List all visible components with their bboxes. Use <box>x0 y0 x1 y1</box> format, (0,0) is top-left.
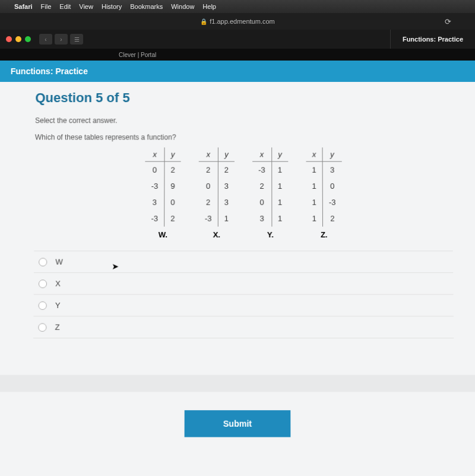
menu-view[interactable]: View <box>79 3 93 10</box>
question-text: Which of these tables represents a funct… <box>35 133 452 141</box>
menu-window[interactable]: Window <box>171 3 194 10</box>
table-header: y <box>164 147 181 161</box>
table-cell: 1 <box>306 210 323 226</box>
radio-icon[interactable] <box>39 258 47 266</box>
table-cell: 1 <box>271 210 288 226</box>
refresh-icon[interactable]: ⟳ <box>445 17 451 26</box>
question-title: Question 5 of 5 <box>35 90 451 106</box>
table-header: y <box>322 147 341 161</box>
table-cell: 1 <box>218 210 235 226</box>
radio-icon[interactable] <box>38 323 46 331</box>
menu-history[interactable]: History <box>102 3 122 10</box>
table-header: y <box>218 147 235 161</box>
table-label: Z. <box>306 230 342 239</box>
table-cell: 0 <box>145 161 164 178</box>
table-cell: 2 <box>218 161 235 178</box>
table-header: y <box>271 147 288 161</box>
forward-button[interactable]: › <box>55 34 68 45</box>
radio-icon[interactable] <box>39 280 47 288</box>
menu-file[interactable]: File <box>41 3 52 10</box>
table-header: x <box>199 147 218 161</box>
table-cell: 2 <box>164 161 181 178</box>
table-header: x <box>252 147 271 161</box>
address-bar[interactable]: 🔒 f1.app.edmentum.com ⟳ <box>0 13 475 30</box>
back-button[interactable]: ‹ <box>39 34 52 45</box>
menu-safari[interactable]: Safari <box>14 3 33 10</box>
table-cell: 1 <box>271 178 288 194</box>
maximize-window-icon[interactable] <box>25 36 31 42</box>
background-tab[interactable]: Clever | Portal <box>0 49 475 61</box>
table-cell: 2 <box>199 194 218 210</box>
option-label: W <box>55 258 62 266</box>
table-z: xy13101-312Z. <box>306 147 342 239</box>
table-label: Y. <box>252 230 288 239</box>
option-w[interactable]: W <box>34 250 453 273</box>
table-cell: 3 <box>252 210 271 226</box>
table-cell: 1 <box>271 194 288 210</box>
option-y[interactable]: Y <box>33 294 454 317</box>
table-cell: 3 <box>218 194 235 210</box>
table-x: xy220323-31X. <box>199 147 235 239</box>
table-cell: 1 <box>271 161 288 178</box>
table-cell: 2 <box>322 210 341 226</box>
table-cell: 3 <box>218 178 235 194</box>
mac-menubar: Safari File Edit View History Bookmarks … <box>0 0 475 13</box>
table-cell: -3 <box>199 210 218 226</box>
submit-button[interactable]: Submit <box>185 410 290 437</box>
table-cell: 0 <box>199 178 218 194</box>
table-cell: 9 <box>164 178 181 194</box>
table-cell: -3 <box>145 210 164 226</box>
browser-toolbar: ‹ › ☰ Functions: Practice <box>0 30 475 49</box>
option-label: X <box>55 279 61 288</box>
table-header: x <box>145 147 164 161</box>
table-cell: 3 <box>322 161 341 178</box>
option-label: Z <box>55 323 60 332</box>
menu-edit[interactable]: Edit <box>59 3 71 10</box>
table-cell: 2 <box>252 178 271 194</box>
sidebar-button[interactable]: ☰ <box>70 34 83 45</box>
table-cell: -3 <box>252 161 271 178</box>
table-cell: 3 <box>145 194 164 210</box>
radio-icon[interactable] <box>39 301 47 309</box>
table-cell: 2 <box>164 210 181 226</box>
url-text: f1.app.edmentum.com <box>210 18 274 25</box>
minimize-window-icon[interactable] <box>15 36 21 42</box>
page-title-bar: Functions: Practice <box>0 61 475 82</box>
table-cell: 0 <box>252 194 271 210</box>
option-label: Y <box>55 301 61 310</box>
table-cell: 0 <box>322 178 341 194</box>
option-z[interactable]: Z <box>33 316 454 338</box>
table-label: W. <box>145 230 180 239</box>
table-label: X. <box>199 230 235 239</box>
table-cell: 1 <box>306 194 322 210</box>
instruction-text: Select the correct answer. <box>35 116 452 125</box>
table-cell: 1 <box>306 178 322 194</box>
tables-container: xy02-3930-32W.xy220323-31X.xy-31210131Y.… <box>34 147 452 239</box>
table-cell: -3 <box>145 178 164 194</box>
table-cell: 1 <box>306 161 322 178</box>
footer-bar <box>0 375 475 392</box>
table-header: x <box>306 147 322 161</box>
menu-help[interactable]: Help <box>202 3 216 10</box>
lock-icon: 🔒 <box>200 18 207 25</box>
menu-bookmarks[interactable]: Bookmarks <box>130 3 163 10</box>
close-window-icon[interactable] <box>6 36 12 42</box>
browser-tab[interactable]: Functions: Practice <box>390 30 475 49</box>
table-cell: 0 <box>164 194 181 210</box>
table-cell: 2 <box>199 161 218 178</box>
table-cell: -3 <box>322 194 341 210</box>
table-y: xy-31210131Y. <box>252 147 288 239</box>
table-w: xy02-3930-32W. <box>145 147 181 239</box>
answer-options: WXYZ <box>33 250 454 338</box>
option-x[interactable]: X <box>34 272 454 295</box>
